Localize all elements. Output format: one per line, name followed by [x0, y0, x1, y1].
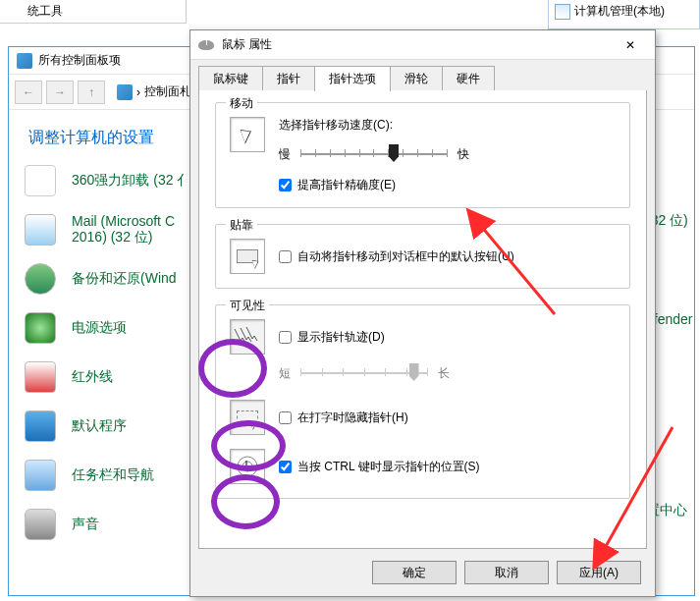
nav-up-button[interactable]: ↑ — [78, 81, 105, 104]
ctrl-locate-checkbox[interactable] — [279, 461, 292, 473]
group-visibility: 可见性 显示指针轨迹(D) 短 长 — [215, 304, 630, 499]
tree-label: 计算机管理(本地) — [574, 3, 665, 20]
close-button[interactable]: ✕ — [614, 34, 647, 56]
snap-preview-icon — [230, 239, 265, 274]
ctrl-preview-icon — [230, 449, 265, 484]
tab-pointer-options[interactable]: 指针选项 — [314, 66, 391, 91]
group-motion: 移动 选择指针移动速度(C): 慢 快 — [215, 102, 630, 208]
speed-slider-thumb[interactable] — [389, 144, 399, 162]
breadcrumb[interactable]: › 控制面札 — [117, 83, 191, 100]
trails-short-label: 短 — [279, 365, 291, 382]
dialog-title: 鼠标 属性 — [222, 36, 272, 53]
group-snap-title: 贴靠 — [226, 217, 257, 234]
trails-preview-icon — [230, 319, 265, 355]
trails-icon — [233, 325, 262, 349]
ctrl-locate-icon — [233, 452, 262, 481]
enhance-precision-label[interactable]: 提高指针精确度(E) — [297, 177, 396, 193]
control-panel-title: 所有控制面板项 — [38, 52, 121, 69]
breadcrumb-icon — [117, 84, 133, 100]
enhance-precision-checkbox[interactable] — [279, 179, 292, 191]
dialog-titlebar: 鼠标 属性 ✕ — [190, 30, 655, 60]
control-panel-icon — [17, 53, 32, 69]
trails-label[interactable]: 显示指针轨迹(D) — [297, 329, 385, 346]
speed-slider[interactable] — [300, 141, 448, 167]
trails-long-label: 长 — [438, 365, 450, 382]
mouse-icon — [198, 40, 214, 50]
svg-point-0 — [238, 457, 257, 476]
snap-label[interactable]: 自动将指针移动到对话框中的默认按钮(U) — [297, 248, 514, 265]
tab-panel: 移动 选择指针移动速度(C): 慢 快 — [198, 90, 647, 549]
hide-typing-label[interactable]: 在打字时隐藏指针(H) — [297, 410, 408, 426]
nav-back-button[interactable]: ← — [15, 81, 42, 104]
group-visibility-title: 可见性 — [226, 298, 269, 314]
tab-hardware[interactable]: 硬件 — [442, 66, 495, 91]
ok-button[interactable]: 确定 — [372, 561, 457, 584]
nav-forward-button: → — [46, 81, 74, 104]
tab-buttons[interactable]: 鼠标键 — [198, 66, 263, 91]
trails-slider-thumb — [409, 363, 419, 381]
breadcrumb-text: 控制面札 — [144, 83, 191, 100]
speed-label: 选择指针移动速度(C): — [279, 117, 616, 134]
motion-preview-icon — [230, 117, 265, 152]
mouse-properties-dialog: 鼠标 属性 ✕ 鼠标键 指针 指针选项 滑轮 硬件 移动 选择指针移动速度(C)… — [189, 29, 656, 597]
tree-item[interactable]: 计算机管理(本地) — [549, 0, 699, 23]
tree-fragment-right: 计算机管理(本地) — [548, 0, 700, 29]
ctrl-locate-label[interactable]: 当按 CTRL 键时显示指针的位置(S) — [297, 459, 480, 475]
apply-button[interactable]: 应用(A) — [557, 561, 641, 584]
trails-checkbox[interactable] — [279, 331, 292, 344]
tab-strip: 鼠标键 指针 指针选项 滑轮 硬件 — [190, 60, 655, 91]
cancel-button[interactable]: 取消 — [464, 561, 549, 584]
trails-slider — [300, 360, 428, 386]
tab-pointers[interactable]: 指针 — [262, 66, 315, 91]
speed-slow-label: 慢 — [279, 146, 291, 163]
hide-preview-icon — [230, 400, 265, 435]
tab-wheel[interactable]: 滑轮 — [390, 66, 443, 91]
computer-mgmt-icon — [555, 4, 570, 20]
group-motion-title: 移动 — [226, 95, 257, 112]
hide-typing-checkbox[interactable] — [279, 411, 292, 424]
group-snap: 贴靠 自动将指针移动到对话框中的默认按钮(U) — [215, 224, 630, 289]
window-title-fragment: 统工具 — [0, 0, 187, 24]
dialog-button-row: 确定 取消 应用(A) — [190, 549, 655, 596]
close-icon: ✕ — [625, 38, 635, 52]
snap-checkbox[interactable] — [279, 250, 292, 263]
speed-fast-label: 快 — [458, 146, 469, 163]
